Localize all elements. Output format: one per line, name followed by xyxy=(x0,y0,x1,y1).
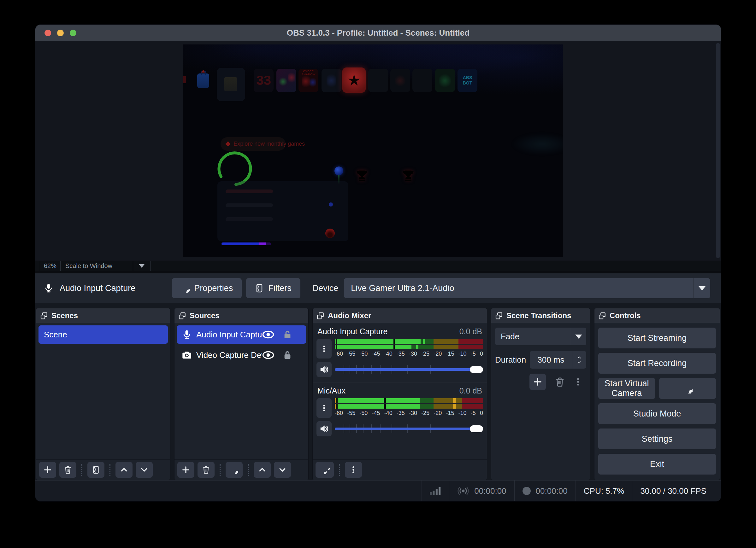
chevron-down-icon xyxy=(139,264,145,268)
advanced-audio-button[interactable] xyxy=(316,462,334,478)
dock-icon xyxy=(179,312,186,319)
zoom-window-button[interactable] xyxy=(70,30,76,36)
remove-scene-button[interactable] xyxy=(59,462,76,478)
unlock-icon[interactable] xyxy=(283,330,292,339)
toolbar-separator xyxy=(220,464,221,476)
game-tile: ABS BOT xyxy=(458,69,477,92)
controls-title: Controls xyxy=(610,311,641,320)
chevron-down-icon[interactable] xyxy=(576,360,582,364)
trash-icon xyxy=(64,466,72,474)
device-label: Device xyxy=(312,283,339,293)
mixer-channel-menu-button[interactable] xyxy=(316,339,332,358)
trophy-icon xyxy=(356,168,368,183)
move-source-up-button[interactable] xyxy=(254,462,271,478)
transition-actions xyxy=(495,374,586,390)
record-time: 00:00:00 xyxy=(536,486,568,496)
virtual-camera-settings-button[interactable] xyxy=(659,378,716,399)
filters-label: Filters xyxy=(268,283,292,293)
game-tile: CYBER SHADOW xyxy=(298,69,318,92)
exit-button[interactable]: Exit xyxy=(598,454,716,474)
remove-source-button[interactable] xyxy=(198,462,215,478)
audio-mixer-panel: Audio Mixer Audio Input Capture 0.0 dB xyxy=(312,308,487,480)
game-tile xyxy=(412,69,432,92)
cpu-usage: CPU: 5.7% xyxy=(584,486,624,496)
add-scene-button[interactable] xyxy=(39,462,56,478)
controls-header: Controls xyxy=(594,308,720,323)
toolbar-separator xyxy=(81,464,82,476)
trash-icon xyxy=(555,377,565,387)
volume-slider-handle[interactable] xyxy=(470,425,483,432)
mute-button[interactable] xyxy=(316,362,332,377)
duration-spinner[interactable]: 300 ms xyxy=(530,351,586,368)
microphone-icon xyxy=(182,330,192,339)
status-separator xyxy=(422,480,422,501)
mixer-channel-menu-button[interactable] xyxy=(316,398,332,418)
source-list-item[interactable]: Audio Input Captur xyxy=(177,325,306,344)
scene-list-item[interactable]: Scene xyxy=(38,325,168,344)
move-source-down-button[interactable] xyxy=(274,462,291,478)
toolbar-separator xyxy=(248,464,249,476)
speaker-icon xyxy=(320,424,328,433)
filters-button[interactable]: Filters xyxy=(246,278,300,298)
gear-icon xyxy=(682,383,693,393)
mute-button[interactable] xyxy=(316,421,332,436)
mixer-channel-name: Audio Input Capture xyxy=(317,327,387,336)
source-list-item[interactable]: Video Capture Devi xyxy=(177,346,306,364)
volume-slider-handle[interactable] xyxy=(470,366,483,373)
scenes-panel-header: Scenes xyxy=(36,308,170,323)
scene-transitions-title: Scene Transitions xyxy=(506,311,571,320)
dock-icon xyxy=(599,312,606,319)
transition-select-arrow[interactable] xyxy=(571,327,586,345)
unlock-icon[interactable] xyxy=(283,350,292,360)
vu-meter-left xyxy=(335,398,483,403)
sources-list: Audio Input Captur Video Capture Devi xyxy=(174,323,308,459)
start-recording-button[interactable]: Start Recording xyxy=(598,353,716,374)
chevron-down-icon xyxy=(699,286,706,290)
move-scene-up-button[interactable] xyxy=(115,462,133,478)
studio-mode-button[interactable]: Studio Mode xyxy=(598,403,716,424)
start-streaming-button[interactable]: Start Streaming xyxy=(598,327,716,348)
eye-icon[interactable] xyxy=(262,330,274,339)
status-separator xyxy=(576,480,576,501)
device-select-arrow[interactable] xyxy=(694,278,710,298)
scene-filters-button[interactable] xyxy=(87,462,104,478)
remove-transition-button[interactable] xyxy=(555,377,565,387)
volume-slider[interactable] xyxy=(335,362,483,377)
docks-row: Scenes Scene Sources xyxy=(35,303,721,480)
close-window-button[interactable] xyxy=(44,30,51,36)
add-source-button[interactable] xyxy=(177,462,194,478)
device-select[interactable]: Live Gamer Ultra 2.1-Audio xyxy=(344,278,710,298)
blue-dot-icon xyxy=(329,203,333,207)
source-properties-button[interactable] xyxy=(226,462,243,478)
microphone-icon xyxy=(44,283,53,293)
controls-body: Start Streaming Start Recording Start Vi… xyxy=(594,323,720,480)
chevron-down-icon xyxy=(575,334,582,339)
settings-button[interactable]: Settings xyxy=(598,428,716,449)
window-title: OBS 31.0.3 - Profile: Untitled - Scenes:… xyxy=(287,28,470,38)
preview-scrollbar[interactable] xyxy=(716,43,720,258)
network-status xyxy=(430,486,441,495)
scale-mode-dropdown[interactable] xyxy=(133,261,151,271)
preview-zoom-bar: 62% Scale to Window xyxy=(35,261,721,271)
add-transition-button[interactable] xyxy=(529,374,546,390)
transition-menu-button[interactable] xyxy=(574,377,582,386)
move-scene-down-button[interactable] xyxy=(136,462,153,478)
start-virtual-camera-button[interactable]: Start Virtual Camera xyxy=(598,378,655,399)
vu-meter-scale: -60-55-50-45-40-35-30-25-20-15-10-50 xyxy=(335,349,483,357)
duration-spinner-arrows[interactable] xyxy=(572,351,586,368)
properties-button[interactable]: Properties xyxy=(172,278,242,298)
volume-slider[interactable] xyxy=(335,421,483,436)
scene-transitions-header: Scene Transitions xyxy=(491,308,590,323)
transition-select[interactable]: Fade xyxy=(495,327,586,345)
mixer-menu-button[interactable] xyxy=(345,462,362,478)
minimize-window-button[interactable] xyxy=(57,30,64,36)
game-tile-large xyxy=(217,68,245,101)
scale-mode-select[interactable]: Scale to Window xyxy=(61,261,133,271)
eye-icon[interactable] xyxy=(262,351,274,359)
window-controls xyxy=(44,25,76,41)
chevron-up-icon[interactable] xyxy=(576,355,582,360)
dock-icon xyxy=(40,312,48,319)
status-bar: 00:00:00 00:00:00 CPU: 5.7% 30.00 / 30.0… xyxy=(35,480,721,501)
banner-text: Explore new monthly games xyxy=(233,141,305,147)
sources-panel-title: Sources xyxy=(190,311,220,320)
